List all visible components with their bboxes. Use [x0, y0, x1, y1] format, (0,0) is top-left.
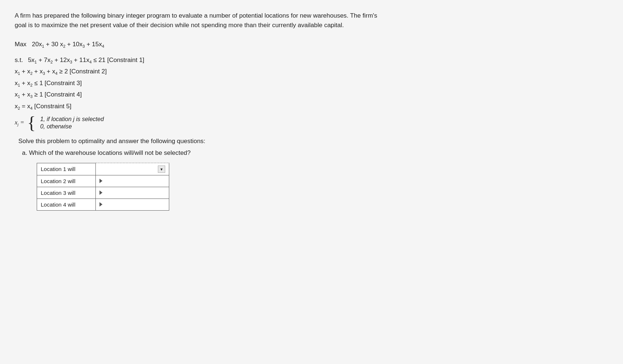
triangle-indicator-4: [99, 202, 102, 207]
piecewise-lhs: xj =: [15, 119, 24, 127]
st-label: s.t.: [15, 57, 26, 64]
answer-table: Location 1 will ▼ Location 2 will Locati…: [37, 163, 169, 211]
intro-paragraph: A firm has prepared the following binary…: [15, 11, 455, 30]
constraint-5-expr: x2 = x4 [Constraint 5]: [15, 103, 71, 110]
triangle-indicator-2: [99, 179, 102, 183]
location-2-label: Location 2 will: [37, 175, 96, 187]
constraint-1-line: s.t. 5x1 + 7x2 + 12x3 + 11x4 ≤ 21 [Const…: [15, 57, 608, 64]
location-4-input-cell[interactable]: [96, 199, 169, 211]
constraint-3-label: [Constraint 3]: [45, 80, 82, 87]
objective-function: Max 20x1 + 30 x2 + 10x3 + 15x4: [15, 41, 608, 48]
objective-label: Max: [15, 41, 28, 48]
constraint-3-expr: x1 + x2 ≤ 1 [Constraint 3]: [15, 80, 82, 87]
location-1-label: Location 1 will: [37, 163, 96, 175]
location-1-dropdown-cell[interactable]: ▼: [96, 163, 169, 175]
constraint-4-expr: x1 + x3 ≥ 1 [Constraint 4]: [15, 91, 82, 99]
table-row: Location 2 will: [37, 175, 169, 187]
constraint-2-expr: x1 + x2 + x3 + x4 ≥ 2 [Constraint 2]: [15, 68, 107, 76]
solve-intro: Solve this problem to optimality and ans…: [18, 138, 608, 145]
constraint-1-expr: 5x1 + 7x2 + 12x3 + 11x4 ≤ 21 [Constraint…: [28, 57, 144, 64]
piecewise-case-2: 0, otherwise: [40, 123, 104, 130]
constraints-section: s.t. 5x1 + 7x2 + 12x3 + 11x4 ≤ 21 [Const…: [15, 57, 608, 110]
constraint-4-line: x1 + x3 ≥ 1 [Constraint 4]: [15, 91, 608, 99]
constraint-2-label: [Constraint 2]: [70, 68, 107, 75]
dropdown-arrow-1[interactable]: ▼: [158, 165, 165, 173]
objective-expr: 20x1 + 30 x2 + 10x3 + 15x4: [32, 41, 104, 48]
piecewise-definition: xj = { 1, if location j is selected 0, o…: [15, 114, 608, 132]
location-3-input-cell[interactable]: [96, 187, 169, 199]
constraint-5-label: [Constraint 5]: [34, 103, 71, 110]
piecewise-brace: {: [27, 114, 36, 132]
location-1-dropdown[interactable]: ▼: [99, 165, 165, 173]
constraint-2-line: x1 + x2 + x3 + x4 ≥ 2 [Constraint 2]: [15, 68, 608, 76]
constraint-1-label: [Constraint 1]: [107, 57, 144, 63]
piecewise-case-1: 1, if location j is selected: [40, 116, 104, 123]
table-row: Location 4 will: [37, 199, 169, 211]
constraint-3-line: x1 + x2 ≤ 1 [Constraint 3]: [15, 80, 608, 87]
constraint-4-label: [Constraint 4]: [45, 91, 82, 98]
solve-section: Solve this problem to optimality and ans…: [15, 138, 608, 211]
table-row: Location 1 will ▼: [37, 163, 169, 175]
constraint-5-line: x2 = x4 [Constraint 5]: [15, 103, 608, 110]
triangle-indicator-3: [99, 190, 102, 195]
question-a: a. Which of the warehouse locations will…: [18, 149, 608, 157]
answer-table-body: Location 1 will ▼ Location 2 will Locati…: [37, 163, 169, 211]
location-3-label: Location 3 will: [37, 187, 96, 199]
location-2-input-cell[interactable]: [96, 175, 169, 187]
location-4-label: Location 4 will: [37, 199, 96, 211]
piecewise-cases: 1, if location j is selected 0, otherwis…: [40, 116, 104, 130]
table-row: Location 3 will: [37, 187, 169, 199]
